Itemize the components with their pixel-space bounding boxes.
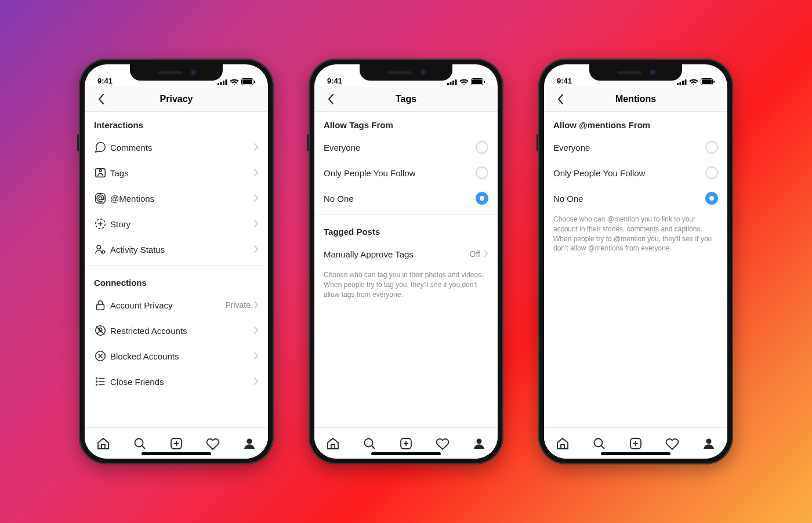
tab-activity[interactable] [206, 437, 220, 451]
chevron-right-icon [254, 326, 259, 336]
svg-rect-24 [447, 83, 449, 85]
row-label: Close Friends [110, 377, 254, 387]
svg-rect-2 [223, 81, 224, 85]
tab-profile[interactable] [242, 437, 256, 451]
story-icon [94, 217, 110, 230]
tag-icon [94, 166, 110, 179]
row-tags[interactable]: Tags [85, 160, 268, 186]
tab-new-post[interactable] [169, 437, 183, 451]
status-icons [677, 78, 715, 85]
row-close-friends[interactable]: Close Friends [85, 369, 268, 394]
svg-point-12 [97, 245, 100, 249]
radio-indicator [705, 192, 718, 205]
profile-icon [472, 437, 486, 451]
row-meta: Private [225, 300, 251, 310]
row-comments[interactable]: Comments [85, 135, 268, 160]
help-text: Choose who can tag you in their photos a… [314, 267, 498, 306]
row-label: Manually Approve Tags [324, 249, 470, 259]
chevron-right-icon [254, 245, 259, 255]
svg-rect-29 [472, 79, 482, 84]
phone-mockup: 9:41 Mentions Allow @mentions From Every… [538, 59, 733, 464]
tab-activity[interactable] [665, 437, 679, 451]
svg-point-31 [364, 438, 372, 446]
tab-profile[interactable] [472, 437, 486, 451]
section-heading-connections: Connections [85, 270, 268, 292]
option-label: No One [324, 194, 476, 204]
restricted-icon [94, 324, 110, 337]
battery-icon [701, 78, 715, 85]
back-button[interactable] [320, 86, 341, 111]
tab-home[interactable] [326, 437, 340, 451]
row-mentions[interactable]: @Mentions [85, 186, 268, 211]
radio-option-no-one[interactable]: No One [544, 186, 727, 211]
activity-icon [94, 243, 110, 256]
plus-square-icon [399, 437, 413, 451]
tab-home[interactable] [556, 437, 570, 451]
svg-rect-30 [484, 81, 485, 83]
profile-icon [242, 437, 256, 451]
chevron-right-icon [254, 143, 259, 152]
svg-rect-25 [450, 82, 452, 85]
tab-new-post[interactable] [629, 437, 643, 451]
svg-rect-27 [455, 79, 457, 85]
chevron-right-icon [254, 377, 259, 387]
home-icon [556, 437, 570, 451]
svg-point-23 [247, 438, 252, 444]
svg-rect-1 [220, 82, 222, 85]
tab-home[interactable] [96, 437, 110, 451]
row-story[interactable]: Story [85, 211, 268, 237]
search-icon [362, 437, 376, 451]
svg-rect-40 [713, 81, 715, 83]
svg-rect-26 [452, 81, 454, 85]
chevron-right-icon [484, 249, 488, 259]
back-button[interactable] [90, 86, 111, 111]
radio-option-following[interactable]: Only People You Follow [314, 160, 498, 186]
row-blocked[interactable]: Blocked Accounts [85, 343, 268, 369]
row-label: Tags [110, 168, 254, 178]
page-title: Privacy [160, 94, 193, 104]
radio-option-following[interactable]: Only People You Follow [544, 160, 727, 186]
option-label: Only People You Follow [324, 168, 476, 178]
svg-point-20 [96, 384, 97, 386]
row-activity-status[interactable]: Activity Status [85, 237, 268, 262]
chevron-right-icon [254, 219, 259, 229]
option-label: Everyone [324, 143, 476, 152]
heart-icon [436, 437, 449, 451]
tab-activity[interactable] [436, 437, 449, 451]
chevron-left-icon [98, 94, 104, 104]
radio-option-everyone[interactable]: Everyone [314, 135, 498, 160]
section-heading: Allow @mentions From [544, 112, 727, 135]
back-button[interactable] [550, 86, 571, 111]
notch [360, 64, 452, 81]
svg-rect-34 [677, 83, 679, 85]
row-account-privacy[interactable]: Account Privacy Private [85, 292, 268, 318]
svg-point-41 [594, 438, 602, 446]
row-manually-approve[interactable]: Manually Approve Tags Off [314, 241, 498, 267]
row-label: Comments [110, 143, 254, 152]
section-heading: Tagged Posts [314, 219, 498, 241]
svg-rect-37 [685, 79, 687, 85]
radio-option-no-one[interactable]: No One [314, 186, 498, 211]
tab-search[interactable] [133, 437, 147, 451]
svg-point-19 [96, 381, 97, 382]
tab-profile[interactable] [702, 437, 716, 451]
tab-search[interactable] [592, 437, 606, 451]
chevron-right-icon [254, 300, 259, 310]
divider [85, 266, 268, 266]
section-heading-interactions: Interactions [85, 112, 268, 135]
option-label: Only People You Follow [553, 168, 705, 178]
profile-icon [702, 437, 716, 451]
tab-new-post[interactable] [399, 437, 413, 451]
notch [589, 64, 682, 81]
phone-mockup: 9:41 Privacy Interactions Comments Tags [79, 59, 274, 464]
wifi-icon [459, 79, 469, 85]
row-restricted[interactable]: Restricted Accounts [85, 318, 268, 343]
notch [130, 64, 223, 81]
tab-search[interactable] [362, 437, 376, 451]
status-icons [447, 78, 485, 85]
radio-option-everyone[interactable]: Everyone [544, 135, 727, 160]
home-indicator [601, 452, 670, 455]
home-icon [96, 437, 110, 451]
svg-point-13 [102, 250, 105, 253]
row-label: Account Privacy [110, 300, 225, 310]
